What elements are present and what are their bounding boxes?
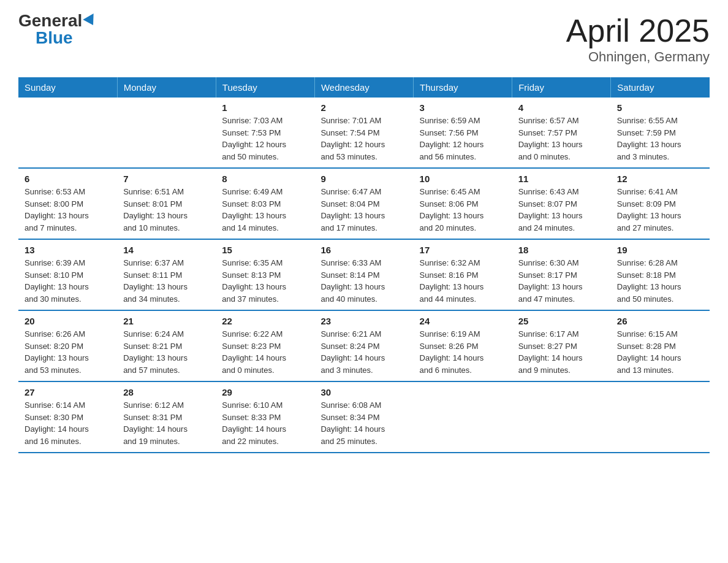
calendar-cell: 4Sunrise: 6:57 AM Sunset: 7:57 PM Daylig… (512, 98, 611, 168)
calendar-cell: 14Sunrise: 6:37 AM Sunset: 8:11 PM Dayli… (117, 239, 216, 310)
calendar-cell: 13Sunrise: 6:39 AM Sunset: 8:10 PM Dayli… (18, 239, 117, 310)
header-saturday: Saturday (611, 77, 710, 98)
day-number: 1 (222, 102, 308, 113)
day-info: Sunrise: 6:57 AM Sunset: 7:57 PM Dayligh… (518, 115, 605, 163)
header-wednesday: Wednesday (314, 77, 413, 98)
header-friday: Friday (512, 77, 611, 98)
page-header: General Blue April 2025 Ohningen, German… (18, 12, 710, 65)
day-info: Sunrise: 6:53 AM Sunset: 8:00 PM Dayligh… (25, 186, 111, 234)
calendar-cell: 9Sunrise: 6:47 AM Sunset: 8:04 PM Daylig… (314, 168, 413, 239)
header-sunday: Sunday (18, 77, 117, 98)
calendar-cell: 28Sunrise: 6:12 AM Sunset: 8:31 PM Dayli… (117, 381, 216, 453)
calendar-cell: 17Sunrise: 6:32 AM Sunset: 8:16 PM Dayli… (414, 239, 512, 310)
calendar-cell: 30Sunrise: 6:08 AM Sunset: 8:34 PM Dayli… (314, 381, 413, 453)
calendar-cell: 22Sunrise: 6:22 AM Sunset: 8:23 PM Dayli… (216, 310, 314, 381)
day-number: 10 (420, 174, 506, 184)
day-number: 24 (420, 316, 506, 326)
day-number: 17 (420, 245, 506, 255)
day-number: 23 (320, 316, 407, 326)
day-info: Sunrise: 6:51 AM Sunset: 8:01 PM Dayligh… (123, 186, 210, 234)
day-number: 8 (222, 174, 308, 184)
calendar-cell: 24Sunrise: 6:19 AM Sunset: 8:26 PM Dayli… (414, 310, 512, 381)
day-number: 28 (123, 387, 210, 397)
day-number: 22 (222, 316, 308, 326)
calendar-cell: 21Sunrise: 6:24 AM Sunset: 8:21 PM Dayli… (117, 310, 216, 381)
calendar-cell: 10Sunrise: 6:45 AM Sunset: 8:06 PM Dayli… (414, 168, 512, 239)
calendar-cell: 1Sunrise: 7:03 AM Sunset: 7:53 PM Daylig… (216, 98, 314, 168)
day-number: 13 (25, 245, 111, 255)
logo-general-text: General (18, 12, 82, 29)
calendar-cell: 19Sunrise: 6:28 AM Sunset: 8:18 PM Dayli… (611, 239, 710, 310)
day-number: 18 (518, 245, 605, 255)
day-info: Sunrise: 6:12 AM Sunset: 8:31 PM Dayligh… (123, 399, 210, 447)
calendar-cell: 3Sunrise: 6:59 AM Sunset: 7:56 PM Daylig… (414, 98, 512, 168)
calendar-cell: 23Sunrise: 6:21 AM Sunset: 8:24 PM Dayli… (314, 310, 413, 381)
calendar-cell: 6Sunrise: 6:53 AM Sunset: 8:00 PM Daylig… (18, 168, 117, 239)
calendar-title: April 2025 (566, 12, 710, 49)
day-info: Sunrise: 7:01 AM Sunset: 7:54 PM Dayligh… (320, 115, 407, 163)
day-number: 27 (25, 387, 111, 397)
calendar-cell (414, 381, 512, 453)
day-info: Sunrise: 6:47 AM Sunset: 8:04 PM Dayligh… (320, 186, 407, 234)
day-info: Sunrise: 6:45 AM Sunset: 8:06 PM Dayligh… (420, 186, 506, 234)
day-info: Sunrise: 6:30 AM Sunset: 8:17 PM Dayligh… (518, 257, 605, 305)
day-info: Sunrise: 6:32 AM Sunset: 8:16 PM Dayligh… (420, 257, 506, 305)
day-info: Sunrise: 6:49 AM Sunset: 8:03 PM Dayligh… (222, 186, 308, 234)
day-number: 30 (320, 387, 407, 397)
day-number: 4 (518, 102, 605, 113)
calendar-subtitle: Ohningen, Germany (566, 49, 710, 65)
day-number: 19 (617, 245, 703, 255)
logo-blue-text: Blue (36, 29, 73, 47)
day-number: 14 (123, 245, 210, 255)
day-info: Sunrise: 6:22 AM Sunset: 8:23 PM Dayligh… (222, 328, 308, 376)
day-info: Sunrise: 6:26 AM Sunset: 8:20 PM Dayligh… (25, 328, 111, 376)
day-info: Sunrise: 6:43 AM Sunset: 8:07 PM Dayligh… (518, 186, 605, 234)
day-number: 21 (123, 316, 210, 326)
day-number: 9 (320, 174, 407, 184)
day-number: 12 (617, 174, 703, 184)
calendar-cell (18, 98, 117, 168)
day-number: 7 (123, 174, 210, 184)
calendar-body: 1Sunrise: 7:03 AM Sunset: 7:53 PM Daylig… (18, 98, 710, 453)
week-row-3: 13Sunrise: 6:39 AM Sunset: 8:10 PM Dayli… (18, 239, 710, 310)
day-info: Sunrise: 6:14 AM Sunset: 8:30 PM Dayligh… (25, 399, 111, 447)
week-row-4: 20Sunrise: 6:26 AM Sunset: 8:20 PM Dayli… (18, 310, 710, 381)
day-number: 25 (518, 316, 605, 326)
day-number: 16 (320, 245, 407, 255)
calendar-cell: 5Sunrise: 6:55 AM Sunset: 7:59 PM Daylig… (611, 98, 710, 168)
day-info: Sunrise: 6:35 AM Sunset: 8:13 PM Dayligh… (222, 257, 308, 305)
calendar-cell: 29Sunrise: 6:10 AM Sunset: 8:33 PM Dayli… (216, 381, 314, 453)
day-number: 26 (617, 316, 703, 326)
day-info: Sunrise: 6:28 AM Sunset: 8:18 PM Dayligh… (617, 257, 703, 305)
day-info: Sunrise: 6:37 AM Sunset: 8:11 PM Dayligh… (123, 257, 210, 305)
calendar-cell: 18Sunrise: 6:30 AM Sunset: 8:17 PM Dayli… (512, 239, 611, 310)
day-number: 20 (25, 316, 111, 326)
calendar-cell: 11Sunrise: 6:43 AM Sunset: 8:07 PM Dayli… (512, 168, 611, 239)
calendar-cell (117, 98, 216, 168)
day-info: Sunrise: 6:21 AM Sunset: 8:24 PM Dayligh… (320, 328, 407, 376)
calendar-cell: 12Sunrise: 6:41 AM Sunset: 8:09 PM Dayli… (611, 168, 710, 239)
day-info: Sunrise: 6:39 AM Sunset: 8:10 PM Dayligh… (25, 257, 111, 305)
week-row-1: 1Sunrise: 7:03 AM Sunset: 7:53 PM Daylig… (18, 98, 710, 168)
day-info: Sunrise: 6:55 AM Sunset: 7:59 PM Dayligh… (617, 115, 703, 163)
calendar-cell: 26Sunrise: 6:15 AM Sunset: 8:28 PM Dayli… (611, 310, 710, 381)
calendar-table: SundayMondayTuesdayWednesdayThursdayFrid… (18, 77, 710, 453)
day-info: Sunrise: 6:08 AM Sunset: 8:34 PM Dayligh… (320, 399, 407, 447)
calendar-cell: 25Sunrise: 6:17 AM Sunset: 8:27 PM Dayli… (512, 310, 611, 381)
day-info: Sunrise: 6:41 AM Sunset: 8:09 PM Dayligh… (617, 186, 703, 234)
day-number: 5 (617, 102, 703, 113)
title-section: April 2025 Ohningen, Germany (566, 12, 710, 65)
calendar-cell: 2Sunrise: 7:01 AM Sunset: 7:54 PM Daylig… (314, 98, 413, 168)
header-tuesday: Tuesday (216, 77, 314, 98)
day-info: Sunrise: 7:03 AM Sunset: 7:53 PM Dayligh… (222, 115, 308, 163)
day-number: 11 (518, 174, 605, 184)
header-monday: Monday (117, 77, 216, 98)
day-info: Sunrise: 6:15 AM Sunset: 8:28 PM Dayligh… (617, 328, 703, 376)
calendar-cell (512, 381, 611, 453)
calendar-cell: 27Sunrise: 6:14 AM Sunset: 8:30 PM Dayli… (18, 381, 117, 453)
week-row-2: 6Sunrise: 6:53 AM Sunset: 8:00 PM Daylig… (18, 168, 710, 239)
calendar-cell: 20Sunrise: 6:26 AM Sunset: 8:20 PM Dayli… (18, 310, 117, 381)
day-info: Sunrise: 6:10 AM Sunset: 8:33 PM Dayligh… (222, 399, 308, 447)
day-info: Sunrise: 6:59 AM Sunset: 7:56 PM Dayligh… (420, 115, 506, 163)
calendar-cell: 7Sunrise: 6:51 AM Sunset: 8:01 PM Daylig… (117, 168, 216, 239)
